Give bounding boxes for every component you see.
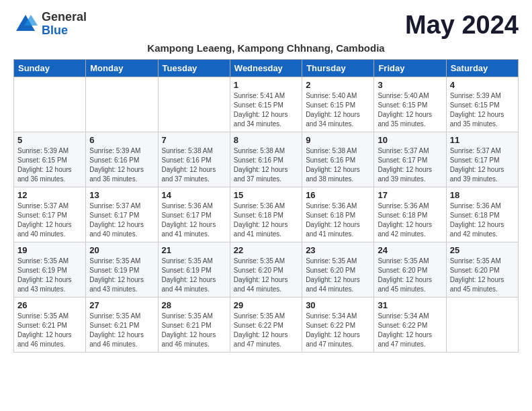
cell-date-number: 26 <box>17 300 82 310</box>
calendar-cell-w2-d5: 9Sunrise: 5:38 AM Sunset: 6:16 PM Daylig… <box>302 132 374 187</box>
calendar-cell-w3-d4: 15Sunrise: 5:36 AM Sunset: 6:18 PM Dayli… <box>230 187 302 242</box>
cell-day-info: Sunrise: 5:35 AM Sunset: 6:20 PM Dayligh… <box>450 257 515 294</box>
calendar-cell-w4-d3: 21Sunrise: 5:35 AM Sunset: 6:19 PM Dayli… <box>158 242 230 298</box>
cell-date-number: 9 <box>306 135 370 145</box>
calendar-cell-w4-d5: 23Sunrise: 5:35 AM Sunset: 6:20 PM Dayli… <box>302 242 374 298</box>
cell-day-info: Sunrise: 5:35 AM Sunset: 6:20 PM Dayligh… <box>306 257 370 294</box>
cell-date-number: 5 <box>17 135 82 145</box>
calendar-week-3: 12Sunrise: 5:37 AM Sunset: 6:17 PM Dayli… <box>14 187 519 242</box>
cell-date-number: 24 <box>378 245 442 255</box>
calendar-cell-w2-d3: 7Sunrise: 5:38 AM Sunset: 6:16 PM Daylig… <box>158 132 230 187</box>
cell-day-info: Sunrise: 5:34 AM Sunset: 6:22 PM Dayligh… <box>306 312 370 349</box>
calendar-header-row: Sunday Monday Tuesday Wednesday Thursday… <box>14 60 519 77</box>
calendar-cell-w5-d5: 30Sunrise: 5:34 AM Sunset: 6:22 PM Dayli… <box>302 298 374 353</box>
cell-date-number: 21 <box>162 245 226 255</box>
cell-day-info: Sunrise: 5:37 AM Sunset: 6:17 PM Dayligh… <box>378 146 442 184</box>
cell-day-info: Sunrise: 5:36 AM Sunset: 6:17 PM Dayligh… <box>162 201 226 239</box>
cell-day-info: Sunrise: 5:35 AM Sunset: 6:19 PM Dayligh… <box>89 257 154 294</box>
cell-date-number: 8 <box>234 135 298 145</box>
calendar-cell-w5-d2: 27Sunrise: 5:35 AM Sunset: 6:21 PM Dayli… <box>86 298 158 353</box>
calendar-cell-w3-d2: 13Sunrise: 5:37 AM Sunset: 6:17 PM Dayli… <box>86 187 158 242</box>
calendar-cell-w3-d3: 14Sunrise: 5:36 AM Sunset: 6:17 PM Dayli… <box>158 187 230 242</box>
calendar-table: Sunday Monday Tuesday Wednesday Thursday… <box>13 59 519 353</box>
cell-date-number: 27 <box>89 300 154 310</box>
calendar-cell-w5-d1: 26Sunrise: 5:35 AM Sunset: 6:21 PM Dayli… <box>14 298 86 353</box>
calendar-cell-w3-d1: 12Sunrise: 5:37 AM Sunset: 6:17 PM Dayli… <box>14 187 86 242</box>
calendar-week-2: 5Sunrise: 5:39 AM Sunset: 6:15 PM Daylig… <box>14 132 519 187</box>
calendar-cell-w2-d2: 6Sunrise: 5:39 AM Sunset: 6:16 PM Daylig… <box>86 132 158 187</box>
cell-day-info: Sunrise: 5:38 AM Sunset: 6:16 PM Dayligh… <box>234 146 298 184</box>
logo: General Blue <box>13 11 87 38</box>
cell-date-number: 29 <box>234 300 298 310</box>
cell-day-info: Sunrise: 5:36 AM Sunset: 6:18 PM Dayligh… <box>234 201 298 239</box>
calendar-cell-w4-d1: 19Sunrise: 5:35 AM Sunset: 6:19 PM Dayli… <box>14 242 86 298</box>
cell-date-number: 31 <box>378 300 442 310</box>
cell-date-number: 30 <box>306 300 370 310</box>
cell-date-number: 12 <box>17 190 82 200</box>
cell-date-number: 4 <box>450 80 515 90</box>
calendar-cell-w2-d1: 5Sunrise: 5:39 AM Sunset: 6:15 PM Daylig… <box>14 132 86 187</box>
calendar-cell-w1-d5: 2Sunrise: 5:40 AM Sunset: 6:15 PM Daylig… <box>302 77 374 132</box>
month-title: May 2024 <box>405 11 519 40</box>
logo-blue-text: Blue <box>42 24 87 38</box>
cell-day-info: Sunrise: 5:35 AM Sunset: 6:21 PM Dayligh… <box>162 312 226 349</box>
calendar-cell-w3-d7: 18Sunrise: 5:36 AM Sunset: 6:18 PM Dayli… <box>446 187 518 242</box>
header: General Blue May 2024 <box>13 11 519 40</box>
cell-day-info: Sunrise: 5:35 AM Sunset: 6:22 PM Dayligh… <box>234 312 298 349</box>
cell-date-number: 23 <box>306 245 370 255</box>
calendar-cell-w1-d4: 1Sunrise: 5:41 AM Sunset: 6:15 PM Daylig… <box>230 77 302 132</box>
cell-day-info: Sunrise: 5:35 AM Sunset: 6:21 PM Dayligh… <box>17 312 82 349</box>
cell-date-number: 10 <box>378 135 442 145</box>
cell-day-info: Sunrise: 5:36 AM Sunset: 6:18 PM Dayligh… <box>306 201 370 239</box>
cell-date-number: 28 <box>162 300 226 310</box>
day-header-tuesday: Tuesday <box>158 60 230 77</box>
calendar-cell-w4-d4: 22Sunrise: 5:35 AM Sunset: 6:20 PM Dayli… <box>230 242 302 298</box>
subtitle: Kampong Leaeng, Kampong Chhnang, Cambodi… <box>13 42 519 54</box>
calendar-cell-w5-d6: 31Sunrise: 5:34 AM Sunset: 6:22 PM Dayli… <box>374 298 446 353</box>
logo-text: General Blue <box>42 11 87 38</box>
cell-date-number: 19 <box>17 245 82 255</box>
calendar-cell-w3-d5: 16Sunrise: 5:36 AM Sunset: 6:18 PM Dayli… <box>302 187 374 242</box>
cell-date-number: 6 <box>89 135 154 145</box>
cell-date-number: 11 <box>450 135 515 145</box>
logo-general-text: General <box>42 11 87 24</box>
calendar-cell-w5-d3: 28Sunrise: 5:35 AM Sunset: 6:21 PM Dayli… <box>158 298 230 353</box>
cell-date-number: 16 <box>306 190 370 200</box>
calendar-cell-w2-d4: 8Sunrise: 5:38 AM Sunset: 6:16 PM Daylig… <box>230 132 302 187</box>
cell-date-number: 17 <box>378 190 442 200</box>
logo-icon <box>13 12 38 36</box>
calendar-cell-w1-d3 <box>158 77 230 132</box>
cell-day-info: Sunrise: 5:39 AM Sunset: 6:15 PM Dayligh… <box>17 146 82 184</box>
cell-date-number: 18 <box>450 190 515 200</box>
cell-date-number: 13 <box>89 190 154 200</box>
day-header-saturday: Saturday <box>446 60 518 77</box>
cell-day-info: Sunrise: 5:41 AM Sunset: 6:15 PM Dayligh… <box>234 91 298 129</box>
cell-day-info: Sunrise: 5:38 AM Sunset: 6:16 PM Dayligh… <box>306 146 370 184</box>
calendar-week-1: 1Sunrise: 5:41 AM Sunset: 6:15 PM Daylig… <box>14 77 519 132</box>
calendar-cell-w4-d7: 25Sunrise: 5:35 AM Sunset: 6:20 PM Dayli… <box>446 242 518 298</box>
cell-day-info: Sunrise: 5:35 AM Sunset: 6:21 PM Dayligh… <box>89 312 154 349</box>
cell-date-number: 20 <box>89 245 154 255</box>
cell-day-info: Sunrise: 5:37 AM Sunset: 6:17 PM Dayligh… <box>450 146 515 184</box>
cell-date-number: 15 <box>234 190 298 200</box>
cell-day-info: Sunrise: 5:35 AM Sunset: 6:19 PM Dayligh… <box>17 257 82 294</box>
calendar-cell-w4-d2: 20Sunrise: 5:35 AM Sunset: 6:19 PM Dayli… <box>86 242 158 298</box>
cell-day-info: Sunrise: 5:37 AM Sunset: 6:17 PM Dayligh… <box>89 201 154 239</box>
day-header-wednesday: Wednesday <box>230 60 302 77</box>
cell-date-number: 14 <box>162 190 226 200</box>
cell-day-info: Sunrise: 5:38 AM Sunset: 6:16 PM Dayligh… <box>162 146 226 184</box>
cell-day-info: Sunrise: 5:37 AM Sunset: 6:17 PM Dayligh… <box>17 201 82 239</box>
cell-date-number: 1 <box>234 80 298 90</box>
calendar-cell-w4-d6: 24Sunrise: 5:35 AM Sunset: 6:20 PM Dayli… <box>374 242 446 298</box>
calendar-cell-w2-d6: 10Sunrise: 5:37 AM Sunset: 6:17 PM Dayli… <box>374 132 446 187</box>
cell-day-info: Sunrise: 5:39 AM Sunset: 6:16 PM Dayligh… <box>89 146 154 184</box>
calendar-cell-w5-d7 <box>446 298 518 353</box>
day-header-friday: Friday <box>374 60 446 77</box>
day-header-sunday: Sunday <box>14 60 86 77</box>
cell-date-number: 3 <box>378 80 442 90</box>
cell-day-info: Sunrise: 5:40 AM Sunset: 6:15 PM Dayligh… <box>306 91 370 129</box>
cell-day-info: Sunrise: 5:35 AM Sunset: 6:20 PM Dayligh… <box>378 257 442 294</box>
cell-date-number: 22 <box>234 245 298 255</box>
calendar-cell-w1-d6: 3Sunrise: 5:40 AM Sunset: 6:15 PM Daylig… <box>374 77 446 132</box>
calendar-week-4: 19Sunrise: 5:35 AM Sunset: 6:19 PM Dayli… <box>14 242 519 298</box>
